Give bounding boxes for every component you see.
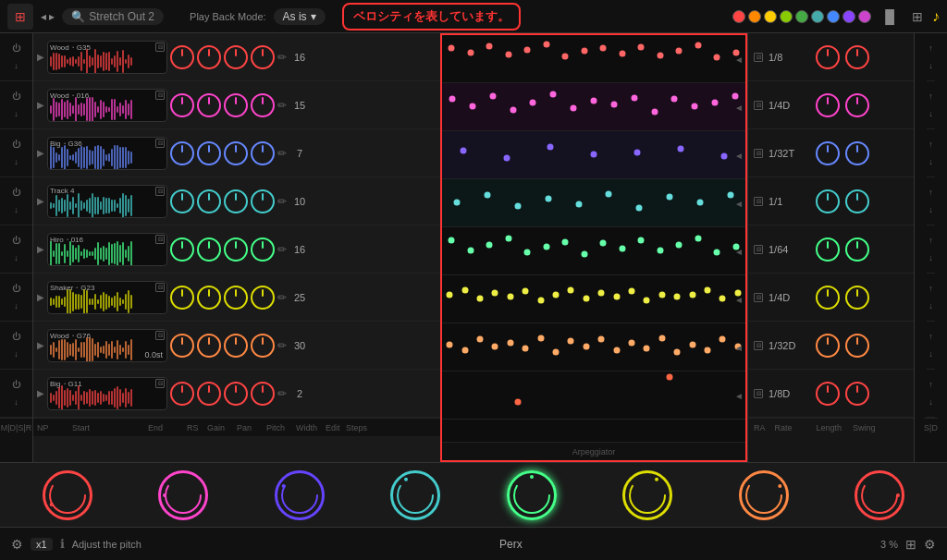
waveform-2[interactable]: Big・G36 ⚄ bbox=[47, 137, 167, 170]
grid-icon[interactable]: ⊞ bbox=[908, 7, 927, 26]
track-dice-5[interactable]: ⚄ bbox=[155, 283, 165, 292]
mute-icon-3[interactable]: ⏻ bbox=[12, 188, 20, 197]
arrow-down-icon-5[interactable]: ↓ bbox=[14, 301, 18, 310]
swing-knob-4[interactable] bbox=[845, 237, 869, 262]
ra-icon-0[interactable]: ⚄ bbox=[754, 53, 763, 62]
big-knob-3[interactable] bbox=[390, 470, 440, 520]
info-icon[interactable]: ℹ bbox=[60, 537, 65, 551]
width-knob-3[interactable] bbox=[251, 189, 275, 213]
edit-icon-2[interactable]: ✏ bbox=[277, 147, 287, 160]
play-icon-1[interactable]: ▶ bbox=[37, 100, 44, 110]
waveform-icon[interactable]: ▐▌ bbox=[877, 7, 903, 26]
width-knob-7[interactable] bbox=[251, 382, 275, 406]
fr-arrow-down-4[interactable]: ↓ bbox=[929, 253, 933, 262]
music-note-icon[interactable]: ♪ bbox=[932, 8, 940, 25]
pitch-knob-6[interactable] bbox=[224, 334, 248, 358]
color-dot-blue[interactable] bbox=[827, 10, 840, 23]
mute-icon-5[interactable]: ⏻ bbox=[12, 284, 20, 293]
big-knob-5[interactable] bbox=[622, 470, 672, 520]
waveform-1[interactable]: Wood・016 ⚄ bbox=[47, 89, 167, 122]
track-dice-4[interactable]: ⚄ bbox=[155, 235, 165, 244]
ra-icon-7[interactable]: ⚄ bbox=[754, 389, 763, 398]
swing-knob-0[interactable] bbox=[845, 45, 869, 69]
color-dot-lime[interactable] bbox=[780, 10, 793, 23]
rate-label-6[interactable]: 1/32D bbox=[769, 340, 810, 351]
gear-icon[interactable]: ⊞ bbox=[905, 537, 916, 552]
fr-arrow-down-2[interactable]: ↓ bbox=[929, 157, 933, 166]
color-dot-yellow[interactable] bbox=[764, 10, 777, 23]
waveform-0[interactable]: Wood・G35 ⚄ bbox=[47, 41, 167, 74]
track-dice-2[interactable]: ⚄ bbox=[155, 139, 165, 148]
ra-icon-5[interactable]: ⚄ bbox=[754, 293, 763, 302]
pitch-knob-3[interactable] bbox=[224, 189, 248, 213]
play-icon-7[interactable]: ▶ bbox=[37, 388, 44, 398]
edit-icon-5[interactable]: ✏ bbox=[277, 291, 287, 304]
big-knob-6[interactable] bbox=[739, 470, 789, 520]
edit-icon-0[interactable]: ✏ bbox=[277, 51, 287, 64]
search-box[interactable]: 🔍 Stretch Out 2 bbox=[62, 8, 164, 25]
fr-arrow-down-1[interactable]: ↓ bbox=[929, 109, 933, 118]
gain-knob-3[interactable] bbox=[170, 189, 194, 213]
ra-icon-1[interactable]: ⚄ bbox=[754, 101, 763, 110]
arrow-down-icon-2[interactable]: ↓ bbox=[14, 157, 18, 166]
width-knob-2[interactable] bbox=[251, 141, 275, 165]
width-knob-0[interactable] bbox=[251, 45, 275, 69]
waveform-5[interactable]: Shaker・G23 ⚄ bbox=[47, 281, 167, 314]
arpeggiator-area[interactable]: ◄◄◄◄◄◄◄◄ Arpeggiator bbox=[440, 33, 747, 462]
arrow-down-icon-0[interactable]: ↓ bbox=[14, 61, 18, 70]
waveform-4[interactable]: Hiro・016 ⚄ bbox=[47, 233, 167, 266]
mute-icon-2[interactable]: ⏻ bbox=[12, 140, 20, 149]
length-knob-7[interactable] bbox=[816, 382, 840, 406]
settings-left-icon[interactable]: ⚙ bbox=[11, 537, 23, 552]
mute-icon-0[interactable]: ⏻ bbox=[12, 43, 20, 53]
waveform-3[interactable]: Track 4 ⚄ bbox=[47, 185, 167, 218]
length-knob-5[interactable] bbox=[816, 286, 840, 310]
fr-arrow-up-7[interactable]: ↑ bbox=[929, 380, 933, 389]
swing-knob-1[interactable] bbox=[845, 93, 869, 117]
pitch-knob-0[interactable] bbox=[224, 45, 248, 69]
arp-row-2[interactable]: ◄ bbox=[442, 131, 745, 179]
arp-row-6[interactable]: ◄ bbox=[442, 323, 745, 371]
color-dot-red[interactable] bbox=[732, 10, 745, 23]
pan-knob-7[interactable] bbox=[197, 382, 221, 406]
mute-icon-7[interactable]: ⏻ bbox=[12, 380, 20, 389]
fr-arrow-down-6[interactable]: ↓ bbox=[929, 349, 933, 359]
length-knob-4[interactable] bbox=[816, 237, 840, 262]
ra-icon-3[interactable]: ⚄ bbox=[754, 197, 763, 206]
edit-icon-6[interactable]: ✏ bbox=[277, 339, 287, 352]
color-palette[interactable] bbox=[732, 10, 871, 23]
arrow-down-icon-7[interactable]: ↓ bbox=[14, 397, 18, 407]
length-knob-0[interactable] bbox=[816, 45, 840, 69]
logo-icon[interactable]: ⊞ bbox=[7, 4, 33, 30]
ra-icon-2[interactable]: ⚄ bbox=[754, 149, 763, 158]
swing-knob-5[interactable] bbox=[845, 286, 869, 310]
arp-row-3[interactable]: ◄ bbox=[442, 179, 745, 227]
fr-arrow-up-2[interactable]: ↑ bbox=[929, 140, 933, 149]
track-dice-3[interactable]: ⚄ bbox=[155, 187, 165, 196]
rate-label-5[interactable]: 1/4D bbox=[769, 292, 810, 303]
gain-knob-4[interactable] bbox=[170, 237, 194, 262]
edit-icon-3[interactable]: ✏ bbox=[277, 195, 287, 208]
pan-knob-2[interactable] bbox=[197, 141, 221, 165]
rate-label-3[interactable]: 1/1 bbox=[769, 196, 810, 207]
big-knob-0[interactable] bbox=[43, 470, 92, 520]
pan-knob-3[interactable] bbox=[197, 189, 221, 213]
arp-row-5[interactable]: ◄ bbox=[442, 275, 745, 323]
pan-knob-1[interactable] bbox=[197, 93, 221, 117]
arp-row-1[interactable]: ◄ bbox=[442, 83, 745, 131]
rate-label-4[interactable]: 1/64 bbox=[769, 244, 810, 255]
rate-label-0[interactable]: 1/8 bbox=[769, 52, 810, 63]
color-dot-green[interactable] bbox=[795, 10, 808, 23]
fr-arrow-up-4[interactable]: ↑ bbox=[929, 236, 933, 245]
pan-knob-4[interactable] bbox=[197, 237, 221, 262]
play-icon-6[interactable]: ▶ bbox=[37, 340, 44, 350]
fr-arrow-up-3[interactable]: ↑ bbox=[929, 188, 933, 197]
swing-knob-3[interactable] bbox=[845, 189, 869, 213]
fr-arrow-down-7[interactable]: ↓ bbox=[929, 397, 933, 407]
pan-knob-5[interactable] bbox=[197, 286, 221, 310]
arrow-down-icon-1[interactable]: ↓ bbox=[14, 109, 18, 118]
edit-icon-4[interactable]: ✏ bbox=[277, 243, 287, 256]
track-dice-1[interactable]: ⚄ bbox=[155, 91, 165, 100]
nav-arrows[interactable]: ◂ ▸ bbox=[41, 10, 55, 23]
track-dice-7[interactable]: ⚄ bbox=[155, 379, 165, 388]
